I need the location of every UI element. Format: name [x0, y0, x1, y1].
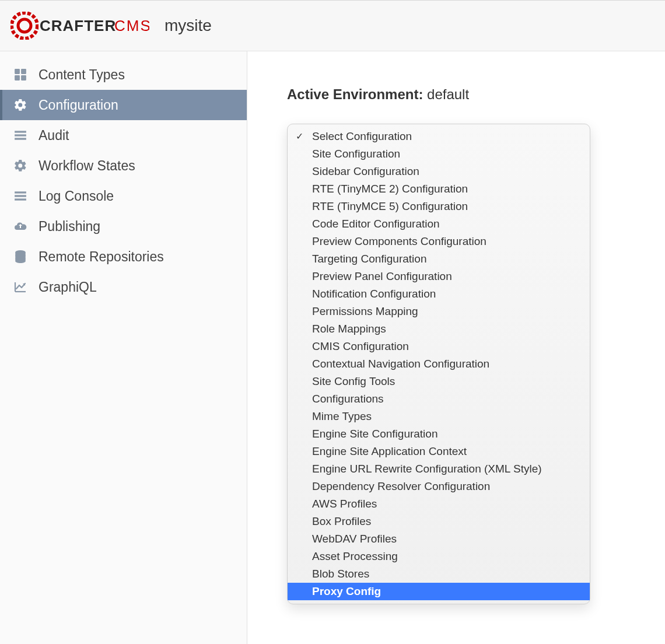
- sidebar-item-label: Workflow States: [38, 158, 135, 174]
- sidebar-item-label: Remote Repositories: [38, 249, 164, 265]
- dropdown-option[interactable]: Configurations: [288, 390, 590, 408]
- dropdown-option[interactable]: Preview Components Configuration: [288, 233, 590, 250]
- dropdown-option-label: Configurations: [312, 393, 384, 405]
- dropdown-option-label: Dependency Resolver Configuration: [312, 480, 490, 493]
- gear-icon: [13, 159, 28, 173]
- svg-rect-13: [15, 198, 26, 200]
- sidebar-item-label: GraphiQL: [38, 279, 97, 295]
- dropdown-option-label: Preview Components Configuration: [312, 235, 487, 248]
- dropdown-option-label: Engine URL Rewrite Configuration (XML St…: [312, 463, 542, 475]
- sidebar-item-graphiql[interactable]: GraphiQL: [0, 272, 247, 302]
- database-icon: [13, 250, 28, 264]
- dropdown-option[interactable]: Engine Site Application Context: [288, 443, 590, 460]
- svg-rect-9: [15, 134, 26, 136]
- sidebar-item-label: Configuration: [38, 97, 118, 113]
- list-icon: [13, 190, 28, 202]
- sidebar-item-label: Log Console: [38, 188, 114, 204]
- svg-rect-7: [21, 75, 26, 80]
- svg-text:CMS: CMS: [114, 17, 149, 34]
- dropdown-option[interactable]: Site Configuration: [288, 145, 590, 163]
- dropdown-option-label: Proxy Config: [312, 585, 381, 598]
- active-environment-value: default: [427, 86, 469, 102]
- sidebar-item-content-types[interactable]: Content Types: [0, 60, 247, 90]
- dropdown-option[interactable]: Permissions Mapping: [288, 303, 590, 320]
- brand-logo[interactable]: CRAFTER CMS: [10, 12, 149, 40]
- dropdown-option[interactable]: AWS Profiles: [288, 495, 590, 513]
- dropdown-option-label: WebDAV Profiles: [312, 533, 397, 545]
- dropdown-option-label: Site Config Tools: [312, 375, 395, 388]
- dropdown-option-label: Engine Site Configuration: [312, 428, 438, 440]
- dropdown-option-label: Notification Configuration: [312, 288, 436, 300]
- dropdown-option[interactable]: Sidebar Configuration: [288, 163, 590, 180]
- dropdown-option[interactable]: Dependency Resolver Configuration: [288, 478, 590, 495]
- sidebar-item-log-console[interactable]: Log Console: [0, 181, 247, 211]
- dropdown-option[interactable]: Preview Panel Configuration: [288, 268, 590, 285]
- svg-rect-4: [15, 69, 20, 74]
- dropdown-option[interactable]: WebDAV Profiles: [288, 530, 590, 548]
- dropdown-option-label: Engine Site Application Context: [312, 445, 467, 458]
- cloud-up-icon: [13, 219, 28, 233]
- dropdown-option[interactable]: Code Editor Configuration: [288, 215, 590, 233]
- gear-icon: [13, 98, 28, 112]
- svg-rect-8: [15, 131, 26, 132]
- main-panel: Active Environment: default ✓Select Conf…: [247, 51, 665, 644]
- dropdown-option[interactable]: Notification Configuration: [288, 285, 590, 303]
- dropdown-option-label: Mime Types: [312, 410, 372, 423]
- dropdown-option[interactable]: Engine Site Configuration: [288, 425, 590, 443]
- dropdown-option[interactable]: Site Config Tools: [288, 373, 590, 390]
- svg-rect-5: [21, 69, 26, 74]
- dropdown-option-label: Box Profiles: [312, 515, 371, 528]
- dropdown-option[interactable]: Contextual Navigation Configuration: [288, 355, 590, 373]
- dropdown-option[interactable]: Proxy Config: [288, 583, 590, 600]
- svg-rect-11: [15, 191, 26, 193]
- configuration-dropdown[interactable]: ✓Select ConfigurationSite ConfigurationS…: [287, 124, 590, 604]
- dropdown-option[interactable]: Role Mappings: [288, 320, 590, 338]
- dropdown-option-label: Preview Panel Configuration: [312, 270, 452, 283]
- active-environment-label: Active Environment:: [287, 86, 423, 102]
- active-environment-line: Active Environment: default: [287, 86, 630, 103]
- svg-point-0: [12, 13, 37, 38]
- brand-wordmark-icon: CRAFTER CMS: [40, 13, 149, 38]
- dropdown-option[interactable]: ✓Select Configuration: [288, 128, 590, 145]
- dropdown-option-label: Blob Stores: [312, 568, 369, 580]
- dropdown-option-label: CMIS Configuration: [312, 340, 409, 353]
- dropdown-option-label: RTE (TinyMCE 2) Configuration: [312, 183, 468, 195]
- dropdown-option-label: Code Editor Configuration: [312, 218, 440, 230]
- dropdown-option-label: Asset Processing: [312, 550, 398, 563]
- chart-icon: [13, 281, 28, 293]
- sidebar-item-label: Content Types: [38, 67, 125, 83]
- sidebar-item-workflow-states[interactable]: Workflow States: [0, 150, 247, 181]
- dropdown-option-label: Sidebar Configuration: [312, 165, 419, 178]
- dropdown-option[interactable]: Targeting Configuration: [288, 250, 590, 268]
- sidebar-item-publishing[interactable]: Publishing: [0, 211, 247, 242]
- svg-point-1: [18, 19, 31, 32]
- sidebar-item-label: Publishing: [38, 219, 100, 235]
- sidebar-item-label: Audit: [38, 128, 69, 144]
- dropdown-option[interactable]: RTE (TinyMCE 5) Configuration: [288, 198, 590, 215]
- dropdown-option-label: Select Configuration: [312, 130, 412, 143]
- sidebar-item-configuration[interactable]: Configuration: [0, 90, 247, 120]
- dropdown-option[interactable]: Box Profiles: [288, 513, 590, 530]
- svg-rect-10: [15, 138, 26, 139]
- dropdown-option-label: Role Mappings: [312, 323, 386, 335]
- svg-text:CRAFTER: CRAFTER: [40, 17, 116, 34]
- dropdown-option-label: Targeting Configuration: [312, 253, 426, 265]
- dropdown-option[interactable]: Engine URL Rewrite Configuration (XML St…: [288, 460, 590, 478]
- top-bar: CRAFTER CMS mysite: [0, 0, 665, 51]
- list-icon: [13, 129, 28, 142]
- dropdown-option-label: Contextual Navigation Configuration: [312, 358, 489, 370]
- dropdown-option[interactable]: Mime Types: [288, 408, 590, 425]
- check-icon: ✓: [296, 131, 303, 142]
- dropdown-option-label: Permissions Mapping: [312, 305, 418, 318]
- site-name: mysite: [164, 16, 212, 35]
- dropdown-option-label: RTE (TinyMCE 5) Configuration: [312, 200, 468, 213]
- dropdown-option-label: Site Configuration: [312, 148, 400, 160]
- gear-logo-icon: [10, 12, 38, 40]
- sidebar-item-audit[interactable]: Audit: [0, 120, 247, 150]
- svg-rect-6: [15, 75, 20, 80]
- dropdown-option[interactable]: Asset Processing: [288, 548, 590, 565]
- dropdown-option[interactable]: RTE (TinyMCE 2) Configuration: [288, 180, 590, 198]
- sidebar-item-remote-repositories[interactable]: Remote Repositories: [0, 242, 247, 272]
- dropdown-option[interactable]: CMIS Configuration: [288, 338, 590, 355]
- dropdown-option[interactable]: Blob Stores: [288, 565, 590, 583]
